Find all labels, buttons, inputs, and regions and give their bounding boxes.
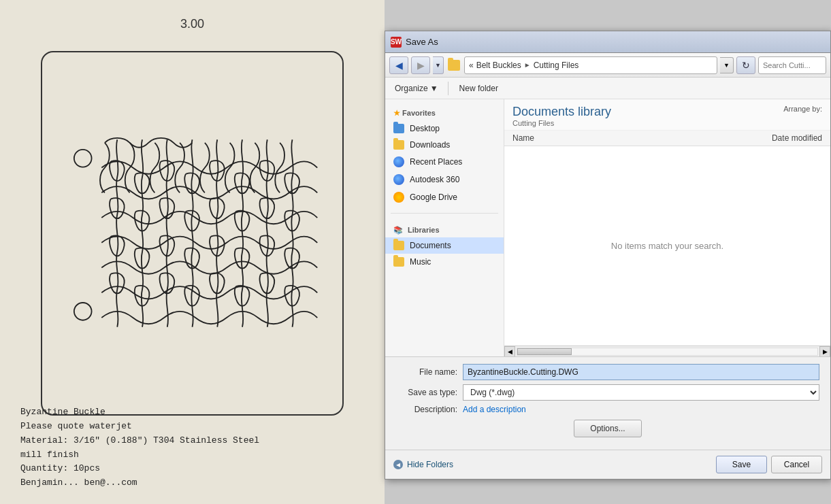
sidebar-item-autodesk[interactable]: Autodesk 360 [385,171,504,188]
buckle-drawing [41,51,344,416]
path-bar: « Belt Buckles ► Cutting Files [464,56,717,74]
arrange-by-label: Arrange by: [783,105,822,113]
hscrollbar[interactable]: ◀ ▶ [504,346,830,356]
search-input[interactable] [758,56,826,74]
hide-icon: ◀ [393,460,403,469]
sidebar-item-documents[interactable]: Documents [385,237,504,254]
gdrive-icon [393,192,404,203]
drawing-panel: 3.00 [0,0,385,504]
part-name: Byzantine Buckle [20,405,259,420]
col-date: Date modified [772,133,822,143]
sidebar-item-music[interactable]: Music [385,254,504,270]
dialog-titlebar: SW Save As [385,31,830,53]
description-row: Description: Add a description [396,405,819,414]
star-icon: ★ [393,109,400,117]
file-columns: Name Date modified [504,131,830,146]
nav-toolbar: ◀ ▶ ▼ « Belt Buckles ► Cutting Files ▼ ↻ [385,53,830,78]
sidebar-item-desktop[interactable]: Desktop [385,120,504,137]
empty-message: No items match your search. [611,241,723,251]
hscroll-left-btn[interactable]: ◀ [504,346,515,357]
dialog-form: File name: Save as type: Dwg (*.dwg) Des… [385,356,830,450]
save-as-dialog: SW Save As ◀ ▶ ▼ « Belt Buckles ► Cuttin… [385,31,831,480]
file-list: No items match your search. [504,146,830,346]
part-info: Byzantine Buckle Please quote waterjet M… [20,405,259,490]
toolbar-separator [448,82,449,95]
finish-line: mill finish [20,448,259,463]
autodesk-icon [393,174,404,185]
desktop-icon [393,124,404,133]
library-icon: 📚 [393,226,403,234]
autodesk-label: Autodesk 360 [410,175,459,184]
svg-point-0 [74,150,92,167]
material-line: Material: 3/16" (0.188") T304 Stainless … [20,434,259,448]
sidebar-item-google-drive[interactable]: Google Drive [385,188,504,206]
path-sep1: ► [524,61,531,69]
documents-icon [393,241,404,250]
savetype-row: Save as type: Dwg (*.dwg) [396,384,819,401]
filename-label: File name: [396,367,457,377]
cancel-button[interactable]: Cancel [771,456,822,473]
music-label: Music [410,257,431,267]
filename-row: File name: [396,364,819,380]
downloads-icon [393,140,404,150]
path-belt-buckles[interactable]: Belt Buckles [476,61,521,70]
path-cutting-files[interactable]: Cutting Files [534,61,579,70]
downloads-label: Downloads [410,140,450,150]
favorites-header: ★ Favorites [385,103,504,120]
gdrive-label: Google Drive [410,192,457,202]
add-description-link[interactable]: Add a description [463,405,526,414]
hide-folders-label: Hide Folders [407,460,453,469]
dialog-title: Save As [406,37,438,47]
sidebar: ★ Favorites Desktop Downloads Recent Pla… [385,99,504,356]
refresh-button[interactable]: ↻ [736,56,755,74]
contact-line: Benjamin... ben@...com [20,476,259,490]
documents-label: Documents [410,241,451,250]
savetype-label: Save as type: [396,388,457,397]
organize-button[interactable]: Organize ▼ [391,82,442,95]
organize-bar: Organize ▼ New folder [385,78,830,99]
footer-actions: Save Cancel [716,456,822,473]
desc-label: Description: [396,405,457,414]
filename-input[interactable] [463,364,819,380]
libraries-header: 📚 Libraries [385,220,504,237]
sidebar-item-downloads[interactable]: Downloads [385,137,504,153]
library-subtitle: Cutting Files [512,119,611,127]
file-area: Documents library Cutting Files Arrange … [504,99,830,356]
music-icon [393,257,404,267]
drawing-content: 3.00 [20,14,364,416]
recent-icon [393,156,404,167]
dimension-value: 3.00 [54,17,330,31]
back-button[interactable]: ◀ [389,56,408,74]
hscroll-thumb[interactable] [517,348,572,355]
forward-button[interactable]: ▶ [411,56,430,74]
save-button[interactable]: Save [716,456,767,473]
hide-folders-button[interactable]: ◀ Hide Folders [393,460,453,469]
dialog-footer: ◀ Hide Folders Save Cancel [385,450,830,479]
organize-arrow: ▼ [430,84,438,93]
location-icon [448,60,460,71]
sidebar-divider [391,213,498,214]
organize-label: Organize [395,84,428,93]
quantity-line: Quantity: 10pcs [20,462,259,476]
buckle-svg [42,52,342,414]
libraries-section: 📚 Libraries Documents Music [385,216,504,274]
options-button[interactable]: Options... [574,420,642,437]
desktop-label: Desktop [410,124,440,133]
quote-line: Please quote waterjet [20,420,259,434]
recent-label: Recent Places [410,157,462,167]
file-area-header: Documents library Cutting Files Arrange … [504,99,830,131]
app-icon: SW [391,37,402,48]
new-folder-button[interactable]: New folder [454,82,504,95]
dialog-body: ★ Favorites Desktop Downloads Recent Pla… [385,99,830,356]
path-dropdown-button[interactable]: ▼ [720,57,734,73]
hscroll-right-btn[interactable]: ▶ [819,346,830,357]
arrange-by: Arrange by: [783,105,822,113]
svg-point-1 [74,303,92,320]
nav-dropdown-button[interactable]: ▼ [433,56,444,74]
hscroll-track[interactable] [517,348,818,356]
path-prefix: « [469,61,474,70]
sidebar-item-recent[interactable]: Recent Places [385,153,504,171]
col-name: Name [512,133,534,143]
savetype-select[interactable]: Dwg (*.dwg) [463,384,819,401]
library-title: Documents library [512,105,611,119]
